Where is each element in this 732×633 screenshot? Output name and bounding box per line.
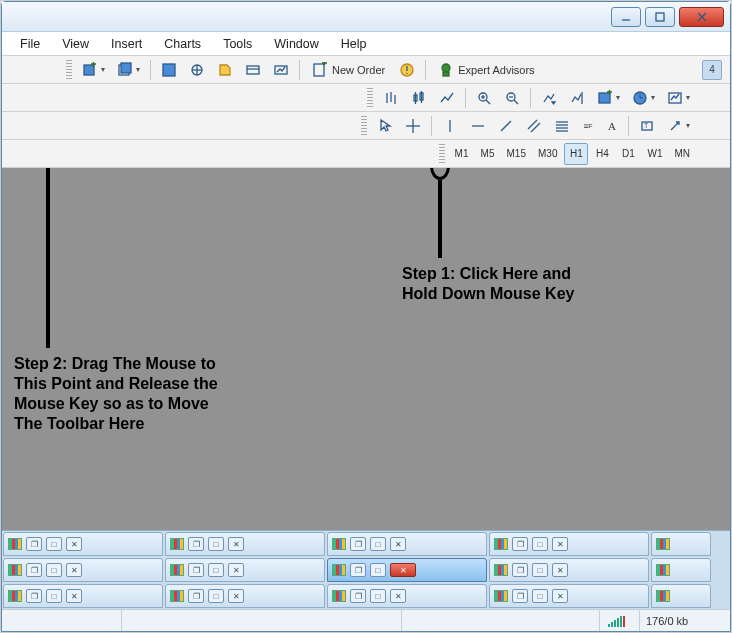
data-window-button[interactable] bbox=[212, 59, 238, 81]
menu-tools[interactable]: Tools bbox=[213, 35, 262, 53]
close-button[interactable] bbox=[679, 7, 724, 27]
close-icon[interactable]: ✕ bbox=[228, 563, 244, 577]
equidistant-button[interactable]: ≡F bbox=[577, 115, 599, 137]
maximize-icon[interactable]: □ bbox=[532, 537, 548, 551]
mdi-window[interactable] bbox=[651, 532, 711, 556]
close-icon[interactable]: ✕ bbox=[390, 563, 416, 577]
maximize-icon[interactable]: □ bbox=[208, 537, 224, 551]
menu-view[interactable]: View bbox=[52, 35, 99, 53]
tf-h1[interactable]: H1 bbox=[564, 143, 588, 165]
indicators-button[interactable] bbox=[592, 87, 625, 109]
mdi-window[interactable]: ❐□✕ bbox=[327, 532, 487, 556]
mdi-window[interactable]: ❐□✕ bbox=[3, 558, 163, 582]
restore-icon[interactable]: ❐ bbox=[350, 563, 366, 577]
restore-icon[interactable]: ❐ bbox=[350, 589, 366, 603]
toolbar-grip[interactable] bbox=[361, 116, 367, 136]
profiles-button[interactable] bbox=[112, 59, 145, 81]
maximize-button[interactable] bbox=[645, 7, 675, 27]
tf-h4[interactable]: H4 bbox=[590, 143, 614, 165]
mdi-window[interactable]: ❐□✕ bbox=[165, 532, 325, 556]
close-icon[interactable]: ✕ bbox=[552, 537, 568, 551]
toolbar-grip[interactable] bbox=[66, 60, 72, 80]
mdi-window[interactable]: ❐□✕ bbox=[3, 532, 163, 556]
restore-icon[interactable]: ❐ bbox=[512, 589, 528, 603]
tf-m1[interactable]: M1 bbox=[450, 143, 474, 165]
maximize-icon[interactable]: □ bbox=[46, 537, 62, 551]
maximize-icon[interactable]: □ bbox=[46, 563, 62, 577]
zoom-out-button[interactable] bbox=[499, 87, 525, 109]
auto-scroll-button[interactable] bbox=[536, 87, 562, 109]
maximize-icon[interactable]: □ bbox=[370, 589, 386, 603]
mdi-window[interactable]: ❐□✕ bbox=[327, 584, 487, 608]
minimize-button[interactable] bbox=[611, 7, 641, 27]
cursor-button[interactable] bbox=[372, 115, 398, 137]
tf-m5[interactable]: M5 bbox=[476, 143, 500, 165]
close-icon[interactable]: ✕ bbox=[66, 537, 82, 551]
menu-charts[interactable]: Charts bbox=[154, 35, 211, 53]
close-icon[interactable]: ✕ bbox=[66, 589, 82, 603]
horizontal-line-button[interactable] bbox=[465, 115, 491, 137]
strategy-tester-button[interactable] bbox=[268, 59, 294, 81]
close-icon[interactable]: ✕ bbox=[228, 537, 244, 551]
mdi-window[interactable] bbox=[651, 584, 711, 608]
market-watch-button[interactable] bbox=[156, 59, 182, 81]
maximize-icon[interactable]: □ bbox=[208, 589, 224, 603]
fibonacci-button[interactable] bbox=[549, 115, 575, 137]
vertical-line-button[interactable] bbox=[437, 115, 463, 137]
menu-help[interactable]: Help bbox=[331, 35, 377, 53]
restore-icon[interactable]: ❐ bbox=[26, 537, 42, 551]
restore-icon[interactable]: ❐ bbox=[188, 537, 204, 551]
channel-button[interactable] bbox=[521, 115, 547, 137]
periodicity-button[interactable] bbox=[627, 87, 660, 109]
menu-file[interactable]: File bbox=[10, 35, 50, 53]
restore-icon[interactable]: ❐ bbox=[512, 537, 528, 551]
maximize-icon[interactable]: □ bbox=[532, 563, 548, 577]
chart-shift-button[interactable] bbox=[564, 87, 590, 109]
restore-icon[interactable]: ❐ bbox=[26, 563, 42, 577]
new-chart-button[interactable] bbox=[77, 59, 110, 81]
close-icon[interactable]: ✕ bbox=[228, 589, 244, 603]
tf-mn[interactable]: MN bbox=[669, 143, 695, 165]
restore-icon[interactable]: ❐ bbox=[188, 589, 204, 603]
toolbar-grip[interactable] bbox=[439, 144, 445, 164]
expert-advisors-button[interactable]: Expert Advisors bbox=[431, 59, 541, 81]
mdi-window[interactable]: ❐□✕ bbox=[165, 584, 325, 608]
mdi-window[interactable] bbox=[651, 558, 711, 582]
crosshair-button[interactable] bbox=[400, 115, 426, 137]
arrows-button[interactable] bbox=[662, 115, 695, 137]
maximize-icon[interactable]: □ bbox=[532, 589, 548, 603]
maximize-icon[interactable]: □ bbox=[370, 537, 386, 551]
mdi-window[interactable]: ❐□✕ bbox=[3, 584, 163, 608]
tf-m15[interactable]: M15 bbox=[502, 143, 531, 165]
maximize-icon[interactable]: □ bbox=[46, 589, 62, 603]
line-chart-button[interactable] bbox=[434, 87, 460, 109]
restore-icon[interactable]: ❐ bbox=[188, 563, 204, 577]
restore-icon[interactable]: ❐ bbox=[350, 537, 366, 551]
alerts-badge[interactable]: 4 bbox=[702, 60, 722, 80]
trendline-button[interactable] bbox=[493, 115, 519, 137]
restore-icon[interactable]: ❐ bbox=[26, 589, 42, 603]
close-icon[interactable]: ✕ bbox=[390, 589, 406, 603]
text-button[interactable]: A bbox=[601, 115, 623, 137]
tf-m30[interactable]: M30 bbox=[533, 143, 562, 165]
terminal-button[interactable] bbox=[240, 59, 266, 81]
bar-chart-button[interactable] bbox=[378, 87, 404, 109]
mdi-window[interactable]: ❐□✕ bbox=[489, 532, 649, 556]
candlestick-button[interactable] bbox=[406, 87, 432, 109]
navigator-button[interactable] bbox=[184, 59, 210, 81]
tf-d1[interactable]: D1 bbox=[616, 143, 640, 165]
maximize-icon[interactable]: □ bbox=[370, 563, 386, 577]
metaeditor-button[interactable] bbox=[394, 59, 420, 81]
close-icon[interactable]: ✕ bbox=[390, 537, 406, 551]
close-icon[interactable]: ✕ bbox=[552, 589, 568, 603]
mdi-window-active[interactable]: ❐□✕ bbox=[327, 558, 487, 582]
zoom-in-button[interactable] bbox=[471, 87, 497, 109]
mdi-window[interactable]: ❐□✕ bbox=[489, 558, 649, 582]
templates-button[interactable] bbox=[662, 87, 695, 109]
new-order-button[interactable]: New Order bbox=[305, 59, 392, 81]
text-label-button[interactable]: T bbox=[634, 115, 660, 137]
restore-icon[interactable]: ❐ bbox=[512, 563, 528, 577]
mdi-window[interactable]: ❐□✕ bbox=[165, 558, 325, 582]
close-icon[interactable]: ✕ bbox=[66, 563, 82, 577]
chart-workspace[interactable]: 2. 1. Step 1: Click Here and Hold Down M… bbox=[2, 168, 730, 530]
